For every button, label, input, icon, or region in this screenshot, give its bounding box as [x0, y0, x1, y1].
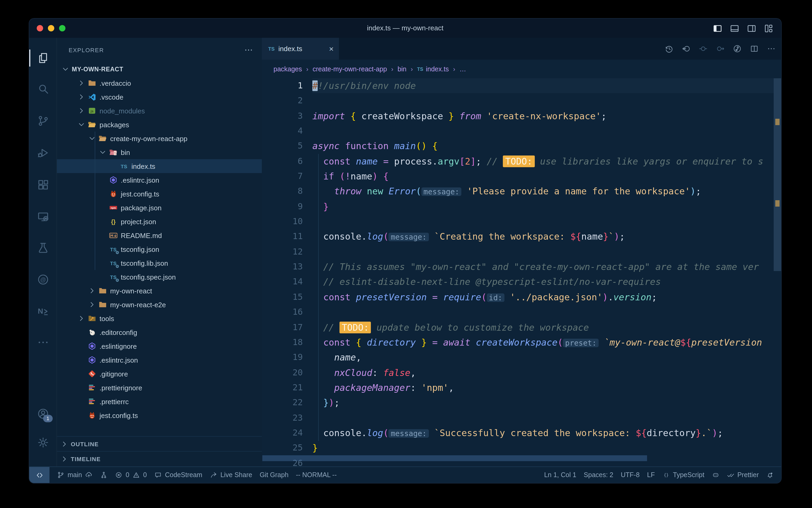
tree-item-tools[interactable]: tools	[57, 311, 262, 325]
tree-item-.eslintignore[interactable]: .eslintignore	[57, 339, 262, 353]
activity-search[interactable]	[29, 78, 57, 99]
horizontal-scrollbar-thumb[interactable]	[262, 455, 647, 461]
status-branch[interactable]: main	[57, 467, 93, 483]
breadcrumb-item[interactable]: TSindex.ts	[417, 65, 449, 73]
code-line-16[interactable]: 16	[262, 305, 774, 320]
tree-item-project.json[interactable]: {}project.json	[57, 215, 262, 228]
circle-next-icon[interactable]	[716, 44, 725, 53]
tree-item-my-own-react[interactable]: my-own-react	[57, 284, 262, 298]
status-cursor-position[interactable]: Ln 1, Col 1	[544, 467, 576, 483]
section-timeline[interactable]: TIMELINE	[57, 451, 262, 466]
activity-run-debug[interactable]	[29, 142, 57, 164]
tab-index-ts[interactable]: TS index.ts ×	[262, 38, 339, 60]
code-line-5[interactable]: 5async function main() {	[262, 139, 774, 154]
status-encoding[interactable]: UTF-8	[621, 467, 639, 483]
breadcrumb-item[interactable]: create-my-own-react-app	[313, 65, 387, 73]
tree-item-.verdaccio[interactable]: .verdaccio	[57, 76, 262, 90]
tree-item-packages[interactable]: packages	[57, 118, 262, 131]
tree-item-bin[interactable]: 0110bin	[57, 145, 262, 159]
status-indentation[interactable]: Spaces: 2	[584, 467, 613, 483]
layout-panel-icon[interactable]	[729, 23, 739, 33]
activity-account[interactable]: 1	[29, 403, 57, 424]
history-icon[interactable]	[665, 44, 674, 53]
breadcrumb-item[interactable]: …	[460, 65, 466, 73]
tree-item-node_modules[interactable]: jsnode_modules	[57, 104, 262, 118]
code-line-18[interactable]: 18 const { directory } = await createWor…	[262, 335, 774, 350]
tree-item-README.md[interactable]: README.md	[57, 228, 262, 242]
tree-item-.eslintrc.json[interactable]: .eslintrc.json	[57, 173, 262, 187]
horizontal-scrollbar[interactable]	[262, 455, 774, 461]
code-line-23[interactable]: 23	[262, 410, 774, 425]
activity-more[interactable]	[29, 332, 57, 353]
tree-item-tsconfig.json[interactable]: TStsconfig.json	[57, 242, 262, 256]
status-git-graph[interactable]: Git Graph	[260, 467, 288, 483]
status-eol[interactable]: LF	[647, 467, 655, 483]
tree-item-tsconfig.lib.json[interactable]: TStsconfig.lib.json	[57, 256, 262, 270]
code-line-25[interactable]: 25}	[262, 441, 774, 456]
tree-item-create-my-own-react-app[interactable]: create-my-own-react-app	[57, 131, 262, 145]
status-problems[interactable]: 00	[115, 467, 147, 483]
code-line-9[interactable]: 9 }	[262, 199, 774, 214]
tree-item-.prettierrc[interactable]: .prettierrc	[57, 394, 262, 409]
code-line-8[interactable]: 8 throw new Error(message: 'Please provi…	[262, 184, 774, 199]
activity-testing[interactable]	[29, 237, 57, 258]
code-line-4[interactable]: 4	[262, 124, 774, 139]
activity-settings-gear[interactable]	[29, 432, 57, 453]
more-actions-icon[interactable]	[767, 44, 776, 53]
layout-sidebar-left-icon[interactable]	[713, 23, 723, 33]
tree-item-.gitignore[interactable]: .gitignore	[57, 367, 262, 381]
tree-item-index.ts[interactable]: TSindex.ts	[57, 159, 262, 173]
activity-codestream[interactable]: @	[29, 269, 57, 290]
circle-prev-icon[interactable]	[699, 44, 708, 53]
split-editor-icon[interactable]	[750, 44, 759, 53]
status-live-share[interactable]: Live Share	[210, 467, 252, 483]
tree-item-my-own-react-e2e[interactable]: my-own-react-e2e	[57, 298, 262, 311]
layout-grid-icon[interactable]	[764, 23, 774, 33]
code-line-12[interactable]: 12	[262, 244, 774, 260]
status-codestream[interactable]: CodeStream	[154, 467, 202, 483]
code-area[interactable]: 1#!/usr/bin/env node23import { createWor…	[262, 78, 774, 466]
breadcrumb-item[interactable]: bin	[397, 65, 406, 73]
code-line-22[interactable]: 22 });	[262, 395, 774, 410]
code-line-11[interactable]: 11 console.log(message: `Creating the wo…	[262, 229, 774, 244]
code-line-2[interactable]: 2	[262, 93, 774, 109]
code-line-1[interactable]: 1#!/usr/bin/env node	[262, 78, 774, 93]
code-line-7[interactable]: 7 if (!name) {	[262, 169, 774, 184]
git-compare-icon[interactable]	[733, 44, 742, 53]
status-prettier[interactable]: Prettier	[727, 467, 759, 483]
code-line-10[interactable]: 10	[262, 214, 774, 229]
code-line-24[interactable]: 24 console.log(message: `Successfully cr…	[262, 425, 774, 441]
activity-extensions[interactable]	[29, 174, 57, 196]
tree-item-.vscode[interactable]: .vscode	[57, 90, 262, 104]
tree-item-package.json[interactable]: npmpackage.json	[57, 201, 262, 215]
status-remote[interactable]	[29, 467, 49, 483]
code-line-6[interactable]: 6 const name = process.argv[2]; // TODO:…	[262, 154, 774, 169]
nav-back-icon[interactable]	[682, 44, 691, 53]
tree-item-jest.config.ts[interactable]: jest.config.ts	[57, 409, 262, 422]
code-line-14[interactable]: 14 // eslint-disable-next-line @typescri…	[262, 274, 774, 290]
status-language[interactable]: {}TypeScript	[662, 467, 704, 483]
tree-root[interactable]: MY-OWN-REACT	[57, 62, 262, 76]
code-line-17[interactable]: 17 // TODO: update below to customize th…	[262, 320, 774, 335]
code-line-13[interactable]: 13 // This assumes "my-own-react" and "c…	[262, 259, 774, 274]
activity-files[interactable]	[29, 47, 57, 69]
activity-nx-console[interactable]: N	[29, 300, 57, 322]
close-tab-icon[interactable]: ×	[329, 45, 334, 53]
tree-item-jest.config.ts[interactable]: jest.config.ts	[57, 187, 262, 201]
code-line-20[interactable]: 20 nxCloud: false,	[262, 365, 774, 380]
tree-item-.editorconfig[interactable]: .editorconfig	[57, 325, 262, 339]
tree-item-.prettierignore[interactable]: .prettierignore	[57, 381, 262, 394]
code-line-19[interactable]: 19 name,	[262, 350, 774, 365]
activity-remote-explorer[interactable]	[29, 206, 57, 227]
code-line-3[interactable]: 3import { createWorkspace } from 'create…	[262, 109, 774, 124]
explorer-more-actions-icon[interactable]: ⋯	[244, 47, 253, 53]
breadcrumb-item[interactable]: packages	[274, 65, 302, 73]
code-line-15[interactable]: 15 const presetVersion = require(id: '..…	[262, 290, 774, 305]
vertical-scrollbar-thumb[interactable]	[774, 78, 781, 271]
activity-source-control[interactable]	[29, 110, 57, 131]
tree-item-.eslintrc.json[interactable]: .eslintrc.json	[57, 353, 262, 367]
tree-item-tsconfig.spec.json[interactable]: TStsconfig.spec.json	[57, 270, 262, 284]
layout-sidebar-right-icon[interactable]	[747, 23, 757, 33]
status-vim-mode[interactable]: -- NORMAL --	[296, 467, 337, 483]
code-line-21[interactable]: 21 packageManager: 'npm',	[262, 380, 774, 395]
